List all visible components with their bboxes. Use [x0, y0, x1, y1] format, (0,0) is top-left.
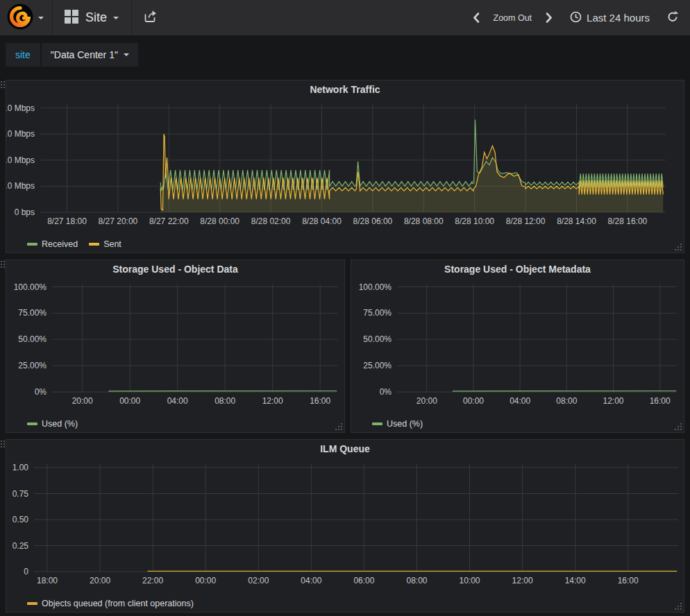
svg-text:8/28 12:00: 8/28 12:00	[506, 216, 546, 226]
panel-title[interactable]: Storage Used - Object Data	[6, 260, 344, 278]
time-range-picker[interactable]: Last 24 hours	[570, 11, 650, 25]
submenu: site "Data Center 1"	[0, 36, 690, 74]
legend-item-objects-queued[interactable]: Objects queued (from client operations)	[27, 599, 194, 608]
chart-legend: Used (%)	[351, 414, 684, 434]
chart-legend: Used (%)	[6, 414, 344, 434]
ilm-queue-chart[interactable]: 18:0020:0022:0000:0002:0004:0006:0008:00…	[6, 458, 684, 594]
time-shift-back-button[interactable]	[472, 12, 480, 24]
svg-text:16:00: 16:00	[618, 576, 639, 585]
grafana-logo-icon	[7, 3, 33, 33]
dashboard-grid-icon	[64, 9, 79, 27]
panel-network-traffic: Network Traffic 8/27 18:008/27 20:008/27…	[6, 80, 684, 253]
svg-text:16:00: 16:00	[310, 396, 330, 406]
time-range-label: Last 24 hours	[587, 12, 650, 24]
dashboard-grid: Network Traffic 8/27 18:008/27 20:008/27…	[0, 74, 690, 613]
svg-text:8/27 18:00: 8/27 18:00	[47, 216, 87, 226]
svg-text:8/28 00:00: 8/28 00:00	[200, 216, 239, 226]
svg-text:0: 0	[24, 567, 28, 576]
row-drag-handle[interactable]	[1, 440, 6, 448]
storage-object-metadata-chart[interactable]: 20:0000:0004:0008:0012:0016:000%25.00%50…	[351, 278, 684, 414]
legend-item-used-pct[interactable]: Used (%)	[372, 419, 423, 429]
svg-text:8/28 02:00: 8/28 02:00	[251, 216, 291, 226]
svg-text:25.00%: 25.00%	[18, 361, 47, 370]
svg-text:8/28 08:00: 8/28 08:00	[404, 216, 444, 226]
svg-text:50.00%: 50.00%	[363, 334, 392, 344]
svg-text:00:00: 00:00	[119, 396, 140, 406]
svg-text:08:00: 08:00	[406, 576, 427, 585]
svg-text:04:00: 04:00	[167, 396, 188, 406]
svg-text:14:00: 14:00	[565, 576, 586, 585]
grafana-menu-button[interactable]	[0, 0, 53, 35]
row-drag-handle[interactable]	[1, 261, 6, 268]
panel-title[interactable]: Network Traffic	[6, 80, 684, 99]
panel-storage-object-data: Storage Used - Object Data 20:0000:0004:…	[6, 259, 345, 433]
panel-resize-handle[interactable]	[673, 242, 682, 250]
chart-legend: Received Sent	[6, 234, 684, 254]
panel-resize-handle[interactable]	[334, 422, 342, 430]
share-dashboard-button[interactable]	[132, 0, 169, 35]
svg-text:06:00: 06:00	[353, 576, 374, 585]
svg-text:8/28 04:00: 8/28 04:00	[302, 216, 342, 226]
navbar: Site Zoom Out	[0, 0, 690, 36]
refresh-icon	[666, 10, 679, 26]
storage-object-data-chart[interactable]: 20:0000:0004:0008:0012:0016:000%25.00%50…	[6, 278, 344, 414]
panel-resize-handle[interactable]	[673, 422, 682, 430]
series-color-marker	[27, 422, 37, 425]
svg-text:8/28 14:00: 8/28 14:00	[557, 216, 596, 226]
variable-label-site: site	[6, 43, 40, 67]
panel-title[interactable]: Storage Used - Object Metadata	[351, 260, 684, 278]
row-drag-handle[interactable]	[1, 81, 6, 89]
series-color-marker	[89, 243, 99, 246]
svg-text:16:00: 16:00	[650, 396, 671, 406]
svg-text:0 bps: 0 bps	[15, 207, 35, 217]
panel-ilm-queue: ILM Queue 18:0020:0022:0000:0002:0004:00…	[6, 439, 684, 613]
svg-text:08:00: 08:00	[556, 396, 577, 406]
navbar-left: Site	[0, 0, 169, 35]
svg-text:8/28 16:00: 8/28 16:00	[608, 216, 648, 226]
dashboard-title: Site	[85, 10, 107, 25]
variable-value-dropdown[interactable]: "Data Center 1"	[42, 43, 138, 67]
caret-down-icon	[38, 17, 44, 19]
svg-text:100.00%: 100.00%	[14, 282, 47, 292]
svg-text:0.25: 0.25	[12, 541, 29, 551]
clock-icon	[570, 11, 582, 25]
grafana-app: Site Zoom Out	[0, 0, 690, 616]
legend-label: Used (%)	[387, 419, 423, 429]
svg-text:1.0 Mbps: 1.0 Mbps	[6, 181, 35, 191]
svg-text:8/28 06:00: 8/28 06:00	[353, 216, 393, 226]
panel-resize-handle[interactable]	[673, 601, 682, 610]
svg-text:2.0 Mbps: 2.0 Mbps	[6, 155, 35, 165]
legend-item-used-pct[interactable]: Used (%)	[27, 419, 78, 429]
svg-text:18:00: 18:00	[37, 576, 58, 585]
svg-text:0%: 0%	[380, 387, 392, 397]
refresh-button[interactable]	[666, 10, 679, 26]
svg-text:3.0 Mbps: 3.0 Mbps	[6, 129, 35, 139]
svg-text:20:00: 20:00	[90, 576, 110, 585]
svg-text:04:00: 04:00	[510, 396, 530, 406]
legend-item-received[interactable]: Received	[27, 239, 78, 249]
panel-storage-object-metadata: Storage Used - Object Metadata 20:0000:0…	[351, 259, 684, 433]
panel-title[interactable]: ILM Queue	[6, 440, 684, 458]
share-icon	[143, 9, 158, 26]
svg-text:8/28 10:00: 8/28 10:00	[455, 216, 494, 226]
legend-label: Sent	[103, 239, 121, 249]
dashboard-picker[interactable]: Site	[53, 0, 132, 35]
svg-text:0.75: 0.75	[12, 489, 29, 499]
svg-text:02:00: 02:00	[248, 576, 269, 585]
svg-text:75.00%: 75.00%	[18, 308, 47, 318]
svg-text:12:00: 12:00	[603, 396, 623, 406]
variable-value-text: "Data Center 1"	[51, 49, 118, 60]
svg-text:1.00: 1.00	[12, 463, 29, 472]
legend-item-sent[interactable]: Sent	[89, 239, 121, 249]
svg-text:12:00: 12:00	[262, 396, 283, 406]
time-shift-forward-button[interactable]	[546, 12, 553, 24]
storage-row: Storage Used - Object Data 20:0000:0004:…	[6, 259, 684, 433]
svg-text:12:00: 12:00	[512, 576, 533, 585]
series-color-marker	[27, 243, 37, 246]
svg-text:0%: 0%	[35, 387, 47, 397]
network-traffic-chart[interactable]: 8/27 18:008/27 20:008/27 22:008/28 00:00…	[6, 99, 684, 234]
zoom-out-button[interactable]: Zoom Out	[494, 13, 532, 23]
svg-text:8/27 20:00: 8/27 20:00	[99, 216, 138, 226]
svg-text:0.50: 0.50	[12, 515, 29, 524]
chart-legend: Objects queued (from client operations)	[6, 594, 684, 613]
